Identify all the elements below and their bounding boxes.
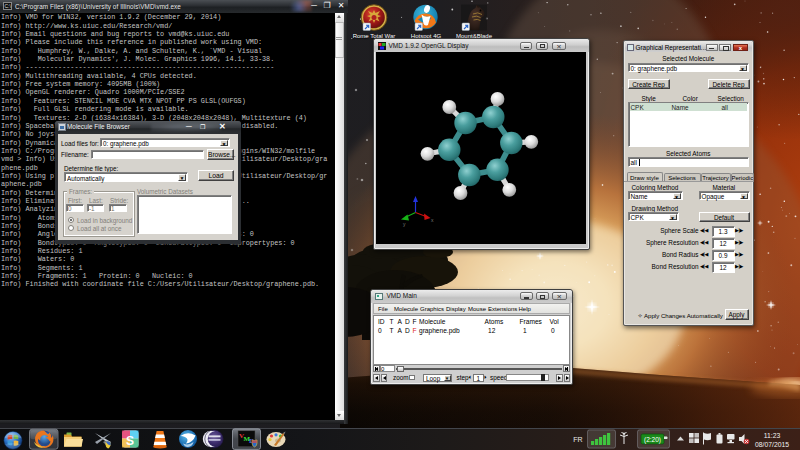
svg-text:11:23: 11:23 xyxy=(764,432,781,439)
svg-text:08/07/2015: 08/07/2015 xyxy=(755,441,789,448)
svg-text:x: x xyxy=(431,217,434,223)
svg-text:(2:20): (2:20) xyxy=(644,436,661,444)
svg-text:FR: FR xyxy=(573,436,582,443)
svg-text:y: y xyxy=(403,221,406,227)
svg-text:S: S xyxy=(126,434,134,448)
